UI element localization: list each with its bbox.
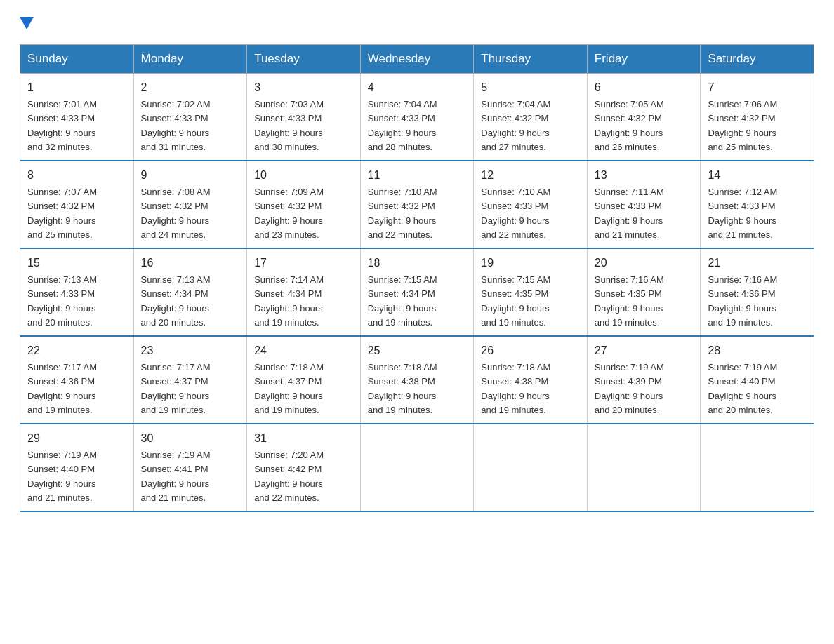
day-number: 30 xyxy=(141,430,240,447)
day-header-wednesday: Wednesday xyxy=(360,45,474,74)
calendar-cell: 10Sunrise: 7:09 AMSunset: 4:32 PMDayligh… xyxy=(247,161,361,248)
day-info: Sunrise: 7:04 AMSunset: 4:33 PMDaylight:… xyxy=(368,99,437,152)
day-info: Sunrise: 7:07 AMSunset: 4:32 PMDaylight:… xyxy=(27,187,97,240)
logo-blue-part xyxy=(20,17,34,32)
calendar-cell: 23Sunrise: 7:17 AMSunset: 4:37 PMDayligh… xyxy=(133,336,247,424)
day-header-thursday: Thursday xyxy=(474,45,588,74)
day-info: Sunrise: 7:04 AMSunset: 4:32 PMDaylight:… xyxy=(481,99,550,152)
calendar-cell: 22Sunrise: 7:17 AMSunset: 4:36 PMDayligh… xyxy=(20,336,134,424)
day-number: 1 xyxy=(27,79,126,96)
day-header-tuesday: Tuesday xyxy=(247,45,361,74)
calendar-cell: 6Sunrise: 7:05 AMSunset: 4:32 PMDaylight… xyxy=(587,74,701,161)
day-info: Sunrise: 7:08 AMSunset: 4:32 PMDaylight:… xyxy=(141,187,211,240)
day-info: Sunrise: 7:17 AMSunset: 4:37 PMDaylight:… xyxy=(141,362,211,415)
calendar-cell: 27Sunrise: 7:19 AMSunset: 4:39 PMDayligh… xyxy=(587,336,701,424)
calendar-cell: 7Sunrise: 7:06 AMSunset: 4:32 PMDaylight… xyxy=(701,74,814,161)
day-number: 14 xyxy=(708,167,807,184)
day-info: Sunrise: 7:13 AMSunset: 4:34 PMDaylight:… xyxy=(141,274,211,328)
logo-triangle-icon xyxy=(20,17,34,29)
day-info: Sunrise: 7:19 AMSunset: 4:39 PMDaylight:… xyxy=(595,362,664,415)
calendar-week-row: 1Sunrise: 7:01 AMSunset: 4:33 PMDaylight… xyxy=(20,74,814,161)
day-number: 25 xyxy=(368,342,467,359)
day-info: Sunrise: 7:13 AMSunset: 4:33 PMDaylight:… xyxy=(27,274,97,328)
calendar-cell: 3Sunrise: 7:03 AMSunset: 4:33 PMDaylight… xyxy=(247,74,361,161)
day-header-friday: Friday xyxy=(587,45,701,74)
calendar-week-row: 15Sunrise: 7:13 AMSunset: 4:33 PMDayligh… xyxy=(20,248,814,336)
day-number: 9 xyxy=(141,167,240,184)
day-info: Sunrise: 7:03 AMSunset: 4:33 PMDaylight:… xyxy=(254,99,324,152)
calendar-week-row: 29Sunrise: 7:19 AMSunset: 4:40 PMDayligh… xyxy=(20,424,814,511)
day-info: Sunrise: 7:10 AMSunset: 4:32 PMDaylight:… xyxy=(368,187,437,240)
day-info: Sunrise: 7:16 AMSunset: 4:35 PMDaylight:… xyxy=(595,274,664,328)
day-info: Sunrise: 7:11 AMSunset: 4:33 PMDaylight:… xyxy=(595,187,664,240)
calendar-cell: 19Sunrise: 7:15 AMSunset: 4:35 PMDayligh… xyxy=(474,248,588,336)
day-number: 12 xyxy=(481,167,580,184)
calendar-cell: 30Sunrise: 7:19 AMSunset: 4:41 PMDayligh… xyxy=(133,424,247,511)
calendar-cell xyxy=(587,424,701,511)
day-number: 31 xyxy=(254,430,353,447)
calendar-week-row: 22Sunrise: 7:17 AMSunset: 4:36 PMDayligh… xyxy=(20,336,814,424)
calendar-cell: 4Sunrise: 7:04 AMSunset: 4:33 PMDaylight… xyxy=(360,74,474,161)
calendar-cell: 1Sunrise: 7:01 AMSunset: 4:33 PMDaylight… xyxy=(20,74,134,161)
day-number: 18 xyxy=(368,255,467,271)
day-number: 16 xyxy=(141,255,240,271)
calendar-week-row: 8Sunrise: 7:07 AMSunset: 4:32 PMDaylight… xyxy=(20,161,814,248)
day-info: Sunrise: 7:19 AMSunset: 4:40 PMDaylight:… xyxy=(708,362,777,415)
calendar-cell xyxy=(474,424,588,511)
day-number: 20 xyxy=(595,255,694,271)
day-info: Sunrise: 7:14 AMSunset: 4:34 PMDaylight:… xyxy=(254,274,324,328)
calendar-cell: 8Sunrise: 7:07 AMSunset: 4:32 PMDaylight… xyxy=(20,161,134,248)
calendar-cell: 16Sunrise: 7:13 AMSunset: 4:34 PMDayligh… xyxy=(133,248,247,336)
day-number: 24 xyxy=(254,342,353,359)
calendar-cell xyxy=(360,424,474,511)
day-number: 22 xyxy=(27,342,126,359)
calendar-cell: 5Sunrise: 7:04 AMSunset: 4:32 PMDaylight… xyxy=(474,74,588,161)
day-info: Sunrise: 7:18 AMSunset: 4:37 PMDaylight:… xyxy=(254,362,324,415)
calendar-cell: 18Sunrise: 7:15 AMSunset: 4:34 PMDayligh… xyxy=(360,248,474,336)
calendar-cell: 20Sunrise: 7:16 AMSunset: 4:35 PMDayligh… xyxy=(587,248,701,336)
day-number: 29 xyxy=(27,430,126,447)
day-info: Sunrise: 7:18 AMSunset: 4:38 PMDaylight:… xyxy=(368,362,437,415)
calendar-cell: 9Sunrise: 7:08 AMSunset: 4:32 PMDaylight… xyxy=(133,161,247,248)
day-info: Sunrise: 7:19 AMSunset: 4:41 PMDaylight:… xyxy=(141,450,211,503)
calendar-cell: 25Sunrise: 7:18 AMSunset: 4:38 PMDayligh… xyxy=(360,336,474,424)
day-header-monday: Monday xyxy=(133,45,247,74)
day-number: 3 xyxy=(254,79,353,96)
calendar-cell: 13Sunrise: 7:11 AMSunset: 4:33 PMDayligh… xyxy=(587,161,701,248)
calendar-cell xyxy=(701,424,814,511)
day-info: Sunrise: 7:02 AMSunset: 4:33 PMDaylight:… xyxy=(141,99,211,152)
logo xyxy=(20,17,34,32)
day-header-row: SundayMondayTuesdayWednesdayThursdayFrid… xyxy=(20,45,814,74)
day-info: Sunrise: 7:01 AMSunset: 4:33 PMDaylight:… xyxy=(27,99,97,152)
day-number: 21 xyxy=(708,255,807,271)
day-info: Sunrise: 7:09 AMSunset: 4:32 PMDaylight:… xyxy=(254,187,324,240)
day-info: Sunrise: 7:16 AMSunset: 4:36 PMDaylight:… xyxy=(708,274,777,328)
day-number: 19 xyxy=(481,255,580,271)
day-number: 6 xyxy=(595,79,694,96)
day-info: Sunrise: 7:10 AMSunset: 4:33 PMDaylight:… xyxy=(481,187,550,240)
calendar-cell: 26Sunrise: 7:18 AMSunset: 4:38 PMDayligh… xyxy=(474,336,588,424)
day-number: 7 xyxy=(708,79,807,96)
day-info: Sunrise: 7:05 AMSunset: 4:32 PMDaylight:… xyxy=(595,99,664,152)
day-info: Sunrise: 7:18 AMSunset: 4:38 PMDaylight:… xyxy=(481,362,550,415)
calendar-cell: 14Sunrise: 7:12 AMSunset: 4:33 PMDayligh… xyxy=(701,161,814,248)
calendar-cell: 11Sunrise: 7:10 AMSunset: 4:32 PMDayligh… xyxy=(360,161,474,248)
day-info: Sunrise: 7:12 AMSunset: 4:33 PMDaylight:… xyxy=(708,187,777,240)
day-number: 27 xyxy=(595,342,694,359)
calendar-table: SundayMondayTuesdayWednesdayThursdayFrid… xyxy=(20,44,814,512)
day-number: 4 xyxy=(368,79,467,96)
day-number: 13 xyxy=(595,167,694,184)
day-number: 11 xyxy=(368,167,467,184)
day-number: 15 xyxy=(27,255,126,271)
day-info: Sunrise: 7:15 AMSunset: 4:34 PMDaylight:… xyxy=(368,274,437,328)
day-number: 26 xyxy=(481,342,580,359)
page-header xyxy=(20,17,814,32)
calendar-cell: 17Sunrise: 7:14 AMSunset: 4:34 PMDayligh… xyxy=(247,248,361,336)
day-info: Sunrise: 7:19 AMSunset: 4:40 PMDaylight:… xyxy=(27,450,97,503)
day-info: Sunrise: 7:15 AMSunset: 4:35 PMDaylight:… xyxy=(481,274,550,328)
calendar-cell: 28Sunrise: 7:19 AMSunset: 4:40 PMDayligh… xyxy=(701,336,814,424)
calendar-cell: 24Sunrise: 7:18 AMSunset: 4:37 PMDayligh… xyxy=(247,336,361,424)
day-number: 23 xyxy=(141,342,240,359)
day-number: 28 xyxy=(708,342,807,359)
calendar-cell: 21Sunrise: 7:16 AMSunset: 4:36 PMDayligh… xyxy=(701,248,814,336)
